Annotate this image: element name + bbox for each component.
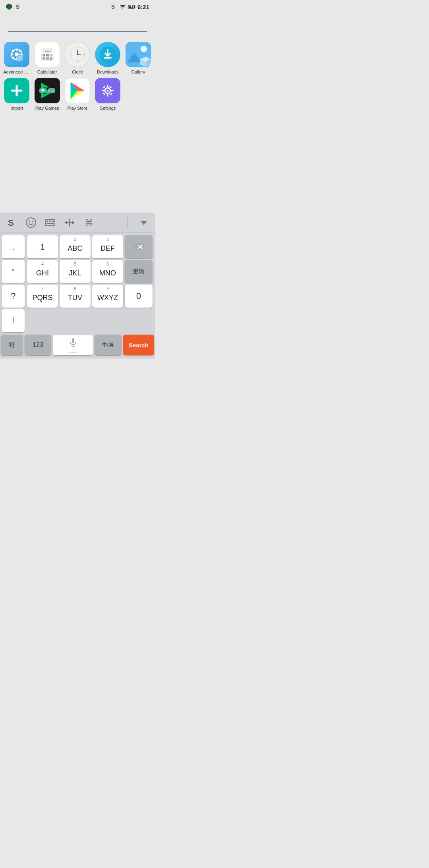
key-pqrs[interactable]: 7 PQRS xyxy=(27,285,58,308)
svg-point-49 xyxy=(141,46,147,52)
app-play-store[interactable]: Play Store xyxy=(64,78,91,111)
play-games-icon xyxy=(35,78,60,103)
search-label: Search xyxy=(129,342,149,349)
smiley-icon[interactable] xyxy=(25,217,37,228)
advanced-settings-icon xyxy=(4,42,29,67)
app-grid: Advanced Se... x+− + − × = ÷ xyxy=(0,35,155,117)
key-delete[interactable] xyxy=(125,235,153,258)
keyboard-toolbar: S ⌘ xyxy=(0,213,155,233)
downloads-label: Downloads xyxy=(97,70,118,75)
svg-rect-88 xyxy=(46,223,54,224)
svg-text:⌘: ⌘ xyxy=(85,218,93,228)
toolbar-divider xyxy=(128,217,128,229)
app-play-games[interactable]: Play Games xyxy=(33,78,60,111)
key-search[interactable]: Search xyxy=(123,335,154,355)
app-clock[interactable]: Clock xyxy=(64,42,91,75)
right-keys: 重输 0 xyxy=(125,235,153,332)
svg-text:−: − xyxy=(46,54,48,56)
svg-rect-86 xyxy=(49,221,51,222)
cursor-resize-icon[interactable] xyxy=(64,217,75,228)
app-gallery[interactable]: Gallery xyxy=(125,42,152,75)
status-left-icons: S xyxy=(6,3,22,10)
svg-rect-98 xyxy=(72,338,74,343)
key-zero[interactable]: 0 xyxy=(125,285,153,308)
keyboard-bottom-row: 符 123 ___ 中/英 Search xyxy=(0,333,155,358)
svg-text:÷: ÷ xyxy=(46,57,48,60)
key-1[interactable]: 1 xyxy=(27,235,58,258)
app-downloads[interactable]: Downloads xyxy=(94,42,121,75)
svg-text:%: % xyxy=(50,57,52,60)
key-wxyz[interactable]: 9 WXYZ xyxy=(92,285,123,308)
search-bar-container xyxy=(0,12,155,35)
svg-marker-90 xyxy=(64,221,67,224)
svg-rect-85 xyxy=(46,221,48,222)
svg-text:+: + xyxy=(43,54,44,56)
time-display: 6:21 xyxy=(137,4,149,10)
key-mic[interactable]: ___ xyxy=(53,335,93,355)
svg-rect-18 xyxy=(19,55,20,56)
app-settings[interactable]: Settings xyxy=(94,78,121,111)
chongxin-label: 重输 xyxy=(133,268,145,275)
mic-icon xyxy=(68,337,78,347)
svg-rect-46 xyxy=(104,57,112,59)
status-bar: S S 6:21 xyxy=(0,0,155,12)
key-jkl[interactable]: 5 JKL xyxy=(60,260,91,283)
key-mno[interactable]: 6 MNO xyxy=(92,260,123,283)
fu-label: 符 xyxy=(9,341,15,349)
search-input[interactable] xyxy=(8,18,147,32)
svg-point-64 xyxy=(50,89,51,91)
svg-rect-8 xyxy=(16,48,17,51)
svg-rect-72 xyxy=(107,85,108,87)
app-advanced-settings[interactable]: Advanced Se... xyxy=(3,42,30,75)
clock-label: Clock xyxy=(72,70,83,75)
wifi-icon xyxy=(119,4,126,10)
svg-rect-74 xyxy=(102,90,104,91)
svg-marker-95 xyxy=(133,243,144,250)
key-ghi[interactable]: 4 GHI xyxy=(27,260,58,283)
keyboard-layout-icon[interactable] xyxy=(44,217,56,228)
shield-icon xyxy=(6,3,13,10)
keyboard-container: S ⌘ xyxy=(0,213,155,358)
svg-text:S: S xyxy=(8,218,14,228)
svg-text:=: = xyxy=(43,57,44,60)
svg-rect-75 xyxy=(111,90,114,91)
svg-rect-19 xyxy=(19,59,20,60)
status-right-icons: S 6:21 xyxy=(110,3,149,10)
key-tuv[interactable]: 8 TUV xyxy=(60,285,91,308)
keyboard-hide-icon[interactable] xyxy=(139,218,149,227)
svg-text:×: × xyxy=(50,54,52,56)
key-chongxin[interactable]: 重输 xyxy=(125,260,153,283)
svg-point-65 xyxy=(52,90,53,91)
key-question[interactable]: ? xyxy=(2,285,25,308)
svg-rect-10 xyxy=(11,54,13,55)
play-store-label: Play Store xyxy=(68,106,88,111)
zero-label: 0 xyxy=(136,291,141,301)
app-import[interactable]: Import xyxy=(3,78,30,111)
svg-marker-0 xyxy=(6,4,12,10)
command-icon[interactable]: ⌘ xyxy=(83,217,95,228)
svg-text:S: S xyxy=(111,4,115,10)
settings-label: Settings xyxy=(100,106,116,111)
key-degree[interactable]: ° xyxy=(2,260,25,283)
play-store-icon xyxy=(65,78,90,103)
battery-icon xyxy=(128,4,136,10)
key-abc[interactable]: 2 ABC xyxy=(60,235,91,258)
key-exclaim[interactable]: ! xyxy=(2,309,25,332)
svg-rect-63 xyxy=(43,89,44,91)
key-fu[interactable]: 符 xyxy=(1,335,23,355)
svg-rect-21 xyxy=(21,57,22,58)
svg-point-67 xyxy=(48,90,49,91)
mic-underline: ___ xyxy=(70,348,77,353)
app-calculator[interactable]: x+− + − × = ÷ % Calculator xyxy=(33,42,60,75)
key-123[interactable]: 123 xyxy=(25,335,51,355)
key-comma[interactable]: , xyxy=(2,235,25,258)
calculator-label: Calculator xyxy=(37,70,57,75)
svg-rect-73 xyxy=(107,94,108,97)
key-zh-en[interactable]: 中/英 xyxy=(95,335,121,355)
svg-point-83 xyxy=(32,221,33,222)
slashbox-icon[interactable]: S xyxy=(6,217,17,228)
play-games-label: Play Games xyxy=(35,106,59,111)
svg-point-82 xyxy=(29,221,30,222)
svg-rect-84 xyxy=(45,219,55,226)
key-def[interactable]: 3 DEF xyxy=(92,235,123,258)
